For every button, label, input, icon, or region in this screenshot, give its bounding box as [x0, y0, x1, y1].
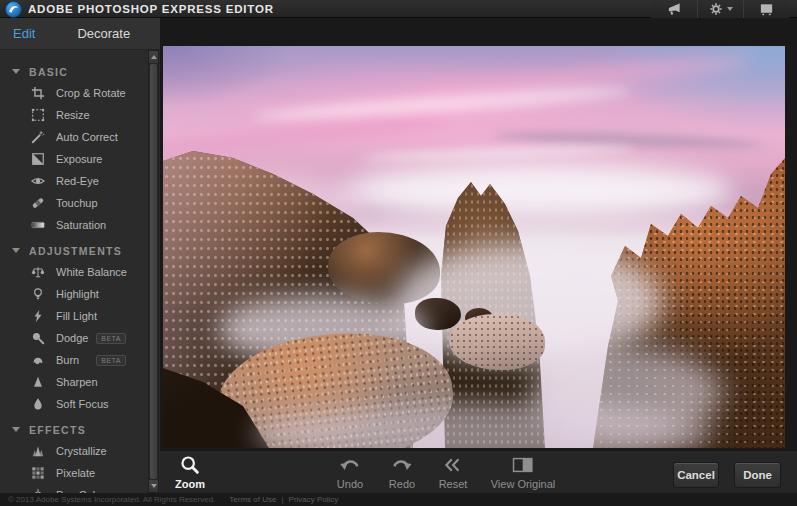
burn-icon [30, 352, 46, 368]
done-button[interactable]: Done [734, 462, 781, 488]
sidebar-item-highlight[interactable]: Highlight [0, 283, 148, 305]
sidebar-item-pop-color[interactable]: Pop Color [0, 484, 148, 493]
scroll-down-button[interactable] [149, 480, 158, 492]
terms-of-use-link[interactable]: Terms of Use [229, 495, 276, 504]
sidebar-item-dodge[interactable]: DodgeBETA [0, 327, 148, 349]
horizon-mist [163, 174, 368, 226]
dodge-icon [30, 330, 46, 346]
beta-badge: BETA [96, 355, 126, 366]
saturation-icon [30, 217, 46, 233]
scrollbar-thumb[interactable] [150, 64, 157, 479]
gear-icon [709, 2, 723, 16]
tool-undo[interactable]: Undo [337, 454, 363, 490]
cloud-streak [493, 129, 763, 150]
sidebar-item-touchup[interactable]: Touchup [0, 192, 148, 214]
sidebar-scrollbar[interactable] [148, 50, 159, 493]
cancel-button[interactable]: Cancel [673, 462, 719, 488]
left-boulder [212, 322, 459, 448]
settings-button[interactable] [697, 0, 743, 18]
photoshop-express-logo-icon [5, 1, 22, 18]
rock-bottom-left [163, 46, 283, 448]
title-bar: ADOBE PHOTOSHOP EXPRESS EDITOR [0, 0, 797, 18]
highlight-icon [30, 286, 46, 302]
undo-icon [337, 454, 363, 476]
horizon-mist [343, 162, 733, 220]
sidebar-item-resize[interactable]: Resize [0, 104, 148, 126]
sidebar-item-red-eye[interactable]: Red-Eye [0, 170, 148, 192]
rock-center-crag [433, 46, 553, 448]
section-header-adjustments[interactable]: ADJUSTMENTS [0, 240, 148, 261]
photo-canvas[interactable] [163, 46, 785, 448]
pale-boulder [449, 314, 545, 370]
caret-down-icon [727, 7, 733, 11]
cloud-streak [163, 113, 448, 157]
tab-bar: Edit Decorate [0, 18, 160, 50]
rock-right-mass [588, 46, 785, 448]
arrow-down-icon [151, 484, 157, 488]
zoom-icon [175, 454, 205, 476]
sidebar-item-fill-light[interactable]: Fill Light [0, 305, 148, 327]
main-area: ZoomUndoRedoResetView Original Cancel Do… [160, 18, 797, 493]
white-balance-icon [30, 264, 46, 280]
links-separator: | [281, 495, 283, 504]
water-mist [253, 402, 713, 448]
sharpen-icon [30, 374, 46, 390]
small-rock [415, 298, 461, 330]
sidebar-item-exposure[interactable]: Exposure [0, 148, 148, 170]
announcements-button[interactable] [651, 0, 697, 18]
tool-view-original[interactable]: View Original [491, 454, 556, 490]
reset-icon [439, 454, 468, 476]
sidebar: Edit Decorate BASICCrop & RotateResizeAu… [0, 18, 160, 493]
sidebar-item-soft-focus[interactable]: Soft Focus [0, 393, 148, 415]
sidebar-item-sharpen[interactable]: Sharpen [0, 371, 148, 393]
auto-correct-icon [30, 129, 46, 145]
pixelate-icon [30, 465, 46, 481]
tool-zoom[interactable]: Zoom [175, 454, 205, 490]
fill-light-icon [30, 308, 46, 324]
red-eye-icon [30, 173, 46, 189]
footer-links: Terms of Use | Privacy Policy [229, 495, 338, 504]
display-button[interactable] [743, 0, 789, 18]
water-mist [533, 346, 723, 441]
megaphone-icon [667, 2, 682, 17]
display-icon [759, 2, 774, 17]
water-mist [218, 294, 428, 364]
tool-redo[interactable]: Redo [389, 454, 415, 490]
crop-icon [30, 85, 46, 101]
tool-reset[interactable]: Reset [439, 454, 468, 490]
sidebar-item-crystallize[interactable]: Crystallize [0, 440, 148, 462]
section-header-effects[interactable]: EFFECTS [0, 419, 148, 440]
sidebar-item-auto-correct[interactable]: Auto Correct [0, 126, 148, 148]
redo-icon [389, 454, 415, 476]
touchup-icon [30, 195, 46, 211]
app-root: ADOBE PHOTOSHOP EXPRESS EDITOR Edit Deco… [0, 0, 797, 506]
sidebar-sections: BASICCrop & RotateResizeAuto CorrectExpo… [0, 50, 148, 493]
cloud-streak [253, 83, 633, 125]
sidebar-item-saturation[interactable]: Saturation [0, 214, 148, 236]
arrow-up-icon [151, 55, 157, 59]
privacy-policy-link[interactable]: Privacy Policy [289, 495, 339, 504]
tab-decorate[interactable]: Decorate [77, 26, 130, 41]
footer: © 2013 Adobe Systems Incorporated. All R… [0, 493, 797, 506]
scroll-up-button[interactable] [149, 51, 158, 63]
bottom-toolbar: ZoomUndoRedoResetView Original Cancel Do… [160, 450, 797, 493]
small-rock [465, 308, 493, 328]
resize-icon [30, 107, 46, 123]
view-original-icon [491, 454, 556, 476]
sidebar-item-burn[interactable]: BurnBETA [0, 349, 148, 371]
water-mist [393, 242, 663, 362]
beta-badge: BETA [96, 333, 126, 344]
collapse-arrow-icon [12, 69, 20, 74]
section-header-basic[interactable]: BASIC [0, 61, 148, 82]
rock-left-mass [163, 46, 423, 448]
tab-edit[interactable]: Edit [13, 26, 35, 41]
cloud-streak [413, 50, 753, 105]
sidebar-item-white-balance[interactable]: White Balance [0, 261, 148, 283]
soft-focus-icon [30, 396, 46, 412]
sidebar-item-crop-rotate[interactable]: Crop & Rotate [0, 82, 148, 104]
cloud-streak [363, 143, 633, 162]
collapse-arrow-icon [12, 248, 20, 253]
sidebar-item-pixelate[interactable]: Pixelate [0, 462, 148, 484]
rock-ridge [328, 232, 440, 304]
app-title: ADOBE PHOTOSHOP EXPRESS EDITOR [28, 3, 274, 15]
